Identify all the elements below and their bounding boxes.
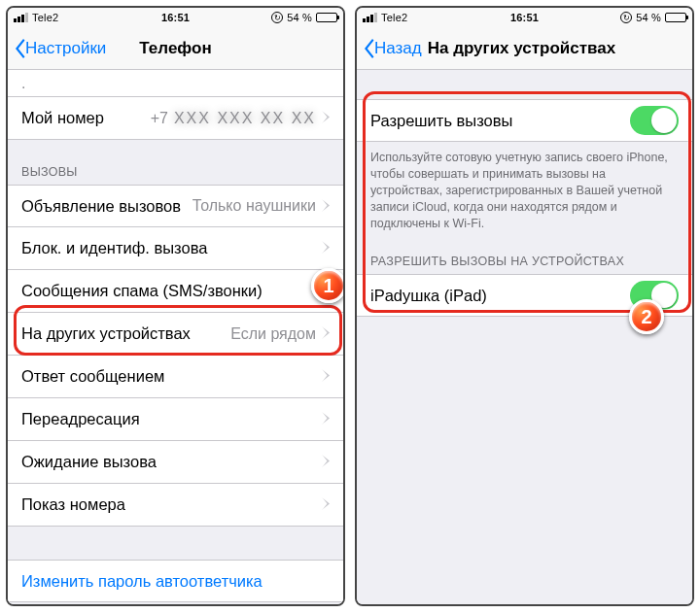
prev-section-peek: .: [8, 70, 343, 97]
page-title: На других устройствах: [428, 39, 616, 58]
toggle-device-ipad[interactable]: [630, 281, 679, 310]
screen-other-devices: Tele2 16:51 ↻ 54 % Назад На других устро…: [355, 6, 694, 606]
my-number-masked: XXX XXX XX XX: [174, 110, 316, 127]
status-bar: Tele2 16:51 ↻ 54 %: [357, 8, 692, 27]
chevron-right-icon: [322, 410, 330, 428]
status-time: 16:51: [510, 12, 539, 23]
battery-icon: [316, 13, 337, 22]
chevron-right-icon: [322, 239, 330, 257]
content: Разрешить вызовы Используйте сотовую уче…: [357, 70, 692, 604]
chevron-right-icon: [322, 282, 330, 300]
row-call-waiting[interactable]: Ожидание вызова: [8, 441, 343, 484]
signal-icon: [363, 13, 377, 22]
back-button[interactable]: Назад: [357, 39, 422, 58]
carrier-label: Tele2: [381, 12, 407, 23]
toggle-allow-calls[interactable]: [630, 106, 679, 135]
row-block-id[interactable]: Блок. и идентиф. вызова: [8, 227, 343, 270]
orientation-lock-icon: ↻: [620, 12, 632, 23]
battery-percent: 54 %: [636, 12, 661, 23]
allow-calls-description: Используйте сотовую учетную запись своег…: [357, 142, 692, 245]
my-number-prefix: +7: [151, 110, 168, 127]
chevron-right-icon: [322, 197, 330, 216]
nav-bar: Назад На других устройствах: [357, 27, 692, 70]
row-other-devices[interactable]: На других устройствах Если рядом: [8, 313, 343, 356]
row-announce-calls[interactable]: Объявление вызовов Только наушники: [8, 185, 343, 227]
row-allow-calls[interactable]: Разрешить вызовы: [357, 99, 692, 142]
row-device-ipad[interactable]: iPadушка (iPad): [357, 274, 692, 317]
status-bar: Tele2 16:51 ↻ 54 %: [8, 8, 343, 27]
battery-percent: 54 %: [287, 12, 312, 23]
row-my-number[interactable]: Мой номер +7 XXX XXX XX XX: [8, 97, 343, 140]
chevron-right-icon: [322, 109, 330, 127]
orientation-lock-icon: ↻: [271, 12, 283, 23]
row-change-voicemail-password[interactable]: Изменить пароль автоответчика: [8, 560, 343, 602]
chevron-left-icon: [363, 39, 374, 58]
nav-bar: Настройки Телефон: [8, 27, 343, 70]
screen-phone-settings: Tele2 16:51 ↻ 54 % Настройки Телефон . М…: [6, 6, 345, 606]
chevron-left-icon: [14, 39, 25, 58]
signal-icon: [14, 13, 28, 22]
battery-icon: [665, 13, 686, 22]
chevron-right-icon: [322, 495, 330, 514]
back-label: Настройки: [25, 39, 106, 58]
status-time: 16:51: [161, 12, 190, 23]
row-caller-id[interactable]: Показ номера: [8, 484, 343, 527]
chevron-right-icon: [322, 324, 330, 343]
row-forwarding[interactable]: Переадресация: [8, 398, 343, 441]
section-header-calls: ВЫЗОВЫ: [8, 140, 343, 185]
chevron-right-icon: [322, 367, 330, 386]
chevron-right-icon: [322, 453, 330, 471]
section-header-devices: РАЗРЕШИТЬ ВЫЗОВЫ НА УСТРОЙСТВАХ: [357, 245, 692, 274]
row-reply-message[interactable]: Ответ сообщением: [8, 356, 343, 398]
content: . Мой номер +7 XXX XXX XX XX ВЫЗОВЫ Объя…: [8, 70, 343, 604]
carrier-label: Tele2: [32, 12, 58, 23]
my-number-label: Мой номер: [21, 109, 151, 127]
row-spam[interactable]: Сообщения спама (SMS/звонки): [8, 270, 343, 313]
back-button[interactable]: Настройки: [8, 39, 106, 58]
back-label: Назад: [374, 39, 422, 58]
